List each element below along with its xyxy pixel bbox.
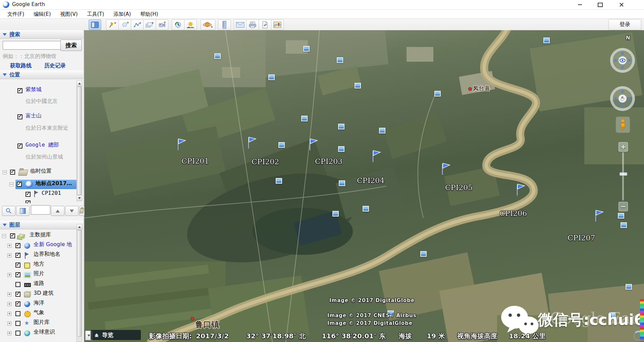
- layer-checkbox[interactable]: [15, 311, 20, 316]
- place-item-cpi201[interactable]: CPI201: [42, 190, 61, 196]
- layers-scrollbar[interactable]: [76, 224, 82, 342]
- place-item-temp[interactable]: 临时位置: [30, 168, 52, 175]
- search-panel-header[interactable]: 搜索: [0, 30, 83, 39]
- print-button[interactable]: [246, 19, 259, 30]
- layer-label[interactable]: 边界和地名: [34, 251, 60, 258]
- layer-checkbox[interactable]: [15, 282, 20, 287]
- menu-edit[interactable]: 编辑(E): [30, 10, 55, 18]
- placemark-flag-icon[interactable]: [176, 138, 186, 151]
- history-link[interactable]: 历史记录: [44, 62, 66, 69]
- photo-icon[interactable]: [278, 142, 285, 148]
- photo-icon[interactable]: [618, 213, 624, 219]
- placemark-flag-icon[interactable]: [441, 162, 451, 176]
- place-checkbox-clipped[interactable]: [25, 201, 31, 203]
- layer-label[interactable]: 地方: [34, 261, 44, 268]
- scroll-thumb[interactable]: [77, 87, 82, 195]
- expander[interactable]: [7, 331, 11, 335]
- expander[interactable]: [7, 312, 11, 316]
- photo-icon[interactable]: [301, 116, 308, 121]
- place-item-google-hq[interactable]: Google 總部: [25, 141, 59, 149]
- search-button[interactable]: 搜索: [60, 40, 82, 51]
- photo-icon[interactable]: [338, 146, 344, 152]
- placemark-label[interactable]: CPI201: [181, 157, 209, 165]
- expander[interactable]: [7, 253, 11, 258]
- eye-icon[interactable]: [619, 56, 627, 64]
- layer-checkbox[interactable]: [10, 233, 15, 238]
- placemark-label[interactable]: CPI204: [357, 176, 384, 185]
- layers-panel-header[interactable]: 图层: [0, 221, 83, 229]
- zoom-out-button[interactable]: −: [619, 202, 628, 211]
- place-checkbox-landmark-2017[interactable]: [17, 182, 22, 187]
- expander[interactable]: [7, 322, 11, 326]
- add-polygon-button[interactable]: +: [118, 19, 131, 30]
- expander[interactable]: [7, 244, 11, 248]
- scroll-thumb[interactable]: [77, 230, 82, 337]
- photo-icon[interactable]: [332, 211, 339, 217]
- menu-tools[interactable]: 工具(T): [83, 10, 108, 18]
- placemark-flag-icon[interactable]: [308, 138, 318, 151]
- expander-temp-places[interactable]: [3, 170, 7, 174]
- placemark-label[interactable]: CPI202: [252, 158, 279, 166]
- photo-icon[interactable]: [276, 178, 282, 184]
- move-left-arrow-icon[interactable]: [614, 97, 616, 100]
- photo-icon[interactable]: [379, 128, 385, 133]
- places-panel-header[interactable]: 位置: [0, 70, 83, 79]
- planets-button[interactable]: [201, 19, 215, 30]
- move-right-arrow-icon[interactable]: [629, 97, 631, 100]
- layer-checkbox[interactable]: [15, 243, 20, 248]
- save-image-button[interactable]: [259, 19, 271, 30]
- placemark-label[interactable]: CPI205: [445, 183, 473, 192]
- scroll-up-button[interactable]: [77, 81, 82, 87]
- photo-icon[interactable]: [339, 180, 345, 186]
- photo-icon[interactable]: [434, 91, 441, 97]
- maximize-button[interactable]: [592, 0, 608, 9]
- view-in-maps-button[interactable]: [271, 19, 284, 30]
- satellite-imagery[interactable]: [85, 30, 644, 342]
- email-button[interactable]: [234, 19, 247, 30]
- placemark-label[interactable]: CPI206: [499, 209, 527, 218]
- menu-view[interactable]: 视图(V): [56, 10, 82, 18]
- place-item-fuji[interactable]: 富士山: [25, 112, 42, 119]
- placemark-label[interactable]: CPI207: [568, 234, 595, 242]
- photo-icon[interactable]: [338, 124, 344, 129]
- menu-add[interactable]: 添加(A): [109, 10, 135, 18]
- photo-icon[interactable]: [355, 83, 361, 89]
- layer-checkbox[interactable]: [15, 292, 20, 297]
- photo-icon[interactable]: [214, 53, 221, 59]
- layer-label[interactable]: 图片库: [34, 319, 50, 326]
- look-up-arrow-icon[interactable]: [621, 52, 624, 54]
- look-down-arrow-icon[interactable]: [621, 66, 624, 69]
- placemark-flag-icon[interactable]: [247, 136, 257, 150]
- place-checkbox-temp[interactable]: [10, 170, 15, 175]
- move-joystick[interactable]: [610, 86, 635, 111]
- layer-label[interactable]: 3D 建筑: [34, 290, 54, 297]
- layer-checkbox[interactable]: [15, 321, 20, 326]
- layer-checkbox[interactable]: [15, 272, 20, 277]
- place-checkbox-fuji[interactable]: [17, 114, 22, 119]
- move-down-arrow-icon[interactable]: [621, 105, 624, 107]
- layer-label[interactable]: 气象: [34, 309, 44, 316]
- search-input[interactable]: [3, 41, 61, 50]
- historical-imagery-button[interactable]: [172, 19, 184, 30]
- placemark-flag-icon[interactable]: [371, 150, 381, 163]
- add-placemark-button[interactable]: +: [106, 19, 119, 30]
- layer-checkbox[interactable]: [15, 301, 20, 306]
- scroll-up-button[interactable]: [77, 224, 82, 230]
- layer-label[interactable]: 全新 Google 地: [34, 241, 72, 248]
- move-down-button[interactable]: [65, 206, 78, 216]
- photo-icon[interactable]: [621, 222, 627, 228]
- layer-checkbox[interactable]: [15, 263, 20, 268]
- layer-label[interactable]: 照片: [34, 270, 44, 277]
- sunlight-button[interactable]: [184, 19, 197, 30]
- get-directions-link[interactable]: 获取路线: [10, 62, 32, 69]
- photo-icon[interactable]: [543, 38, 550, 43]
- show-panel-button[interactable]: [16, 206, 30, 216]
- menu-help[interactable]: 帮助(H): [136, 10, 162, 18]
- expander-landmark-2017[interactable]: [9, 182, 13, 186]
- folder-options-button[interactable]: [79, 206, 85, 216]
- zoom-slider-thumb[interactable]: [620, 172, 627, 176]
- place-checkbox-forbidden-city[interactable]: [17, 88, 22, 93]
- look-right-arrow-icon[interactable]: [629, 59, 631, 62]
- add-path-button[interactable]: +: [131, 19, 144, 30]
- photo-icon[interactable]: [363, 206, 369, 212]
